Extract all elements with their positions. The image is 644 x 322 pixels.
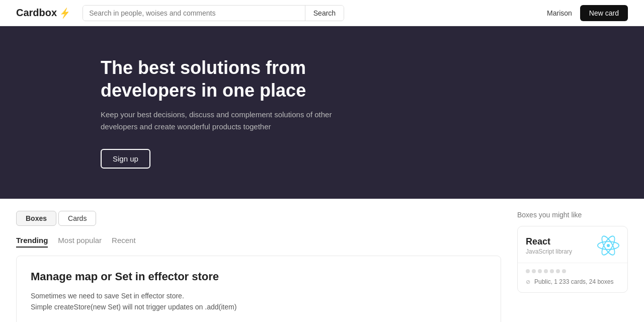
dot-3	[538, 269, 542, 273]
user-menu[interactable]: Marison	[547, 9, 572, 17]
sidebar-card-body: ⊘ Public, 1 233 cards, 24 boxes	[518, 263, 627, 292]
new-card-button[interactable]: New card	[580, 5, 628, 21]
sidebar-react-box[interactable]: React JavaScript library	[517, 226, 628, 293]
sidebar-card-name: React	[526, 236, 572, 247]
sidebar-card-header: React JavaScript library	[518, 226, 627, 263]
sidebar-card-desc: JavaScript library	[526, 248, 572, 255]
dot-5	[550, 269, 554, 273]
sidebar: Boxes you might like React JavaScript li…	[517, 211, 628, 322]
dot-6	[556, 269, 560, 273]
card-1-title: Manage map or Set in effector store	[31, 270, 487, 283]
search-button[interactable]: Search	[305, 6, 344, 21]
navbar: Cardbox ⚡ Search Marison New card	[0, 0, 644, 26]
tabs-row: Boxes Cards	[16, 211, 501, 226]
tab-cards[interactable]: Cards	[58, 211, 96, 226]
hero-title: The best solutions from developers in on…	[101, 56, 403, 102]
subtab-recent[interactable]: Recent	[112, 236, 136, 248]
dot-7	[562, 269, 566, 273]
dot-4	[544, 269, 548, 273]
search-input[interactable]	[83, 6, 305, 21]
sidebar-card-footer: ⊘ Public, 1 233 cards, 24 boxes	[526, 278, 619, 285]
subtab-trending[interactable]: Trending	[16, 236, 48, 248]
hero-subtitle: Keep your best decisions, discuss and co…	[101, 109, 332, 133]
sidebar-card-info: React JavaScript library	[526, 236, 572, 255]
dot-2	[532, 269, 536, 273]
search-bar: Search	[83, 5, 344, 21]
dot-1	[526, 269, 530, 273]
react-icon	[597, 234, 619, 257]
hero-section: The best solutions from developers in on…	[0, 26, 644, 199]
svg-point-3	[607, 244, 610, 247]
signup-button[interactable]: Sign up	[101, 149, 150, 169]
sidebar-card-stats: Public, 1 233 cards, 24 boxes	[534, 278, 613, 285]
sidebar-title: Boxes you might like	[517, 211, 628, 219]
tab-boxes[interactable]: Boxes	[16, 211, 56, 226]
content-area: Boxes Cards Trending Most popular Recent…	[16, 211, 501, 322]
logo-text: Cardbox	[16, 7, 57, 19]
main-layout: Boxes Cards Trending Most popular Recent…	[0, 199, 644, 322]
subtab-most-popular[interactable]: Most popular	[58, 236, 102, 248]
logo[interactable]: Cardbox ⚡	[16, 7, 70, 19]
sidebar-card-dots	[526, 269, 619, 273]
card-1: Manage map or Set in effector store Some…	[16, 256, 501, 322]
card-1-body: Sometimes we need to save Set in effecto…	[31, 290, 487, 313]
public-icon: ⊘	[526, 279, 530, 285]
sub-tabs-row: Trending Most popular Recent	[16, 236, 501, 248]
logo-icon: ⚡	[58, 7, 71, 19]
